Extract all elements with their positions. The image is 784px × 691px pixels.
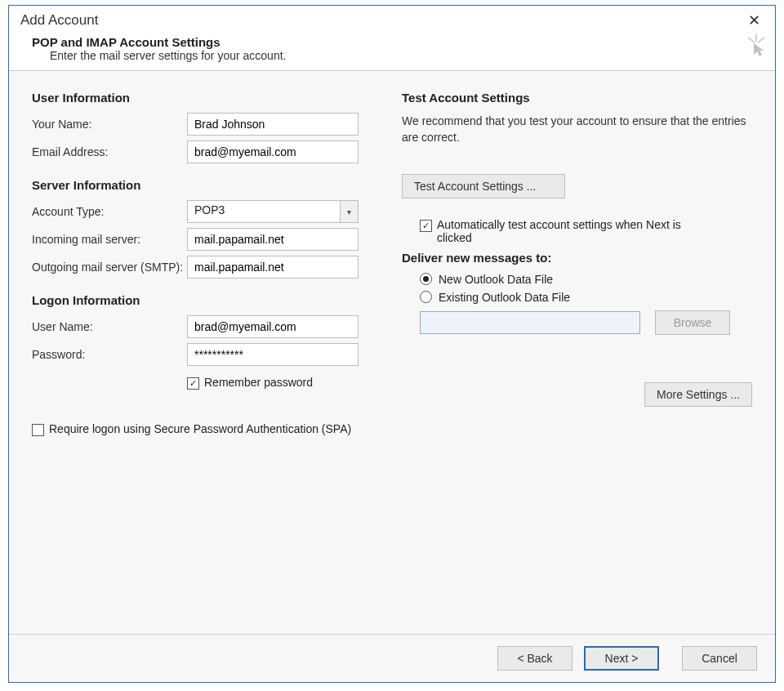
page-description: Enter the mail server settings for your …	[20, 49, 764, 62]
username-field[interactable]	[187, 315, 359, 338]
server-info-heading: Server Information	[32, 178, 382, 192]
back-button[interactable]: < Back	[497, 646, 572, 671]
password-field[interactable]	[187, 343, 359, 366]
test-settings-heading: Test Account Settings	[402, 91, 752, 105]
more-settings-button[interactable]: More Settings ...	[644, 382, 752, 407]
svg-line-2	[758, 38, 764, 42]
spa-label: Require logon using Secure Password Auth…	[49, 422, 351, 435]
user-info-heading: User Information	[32, 91, 382, 105]
spa-checkbox[interactable]: ✓ Require logon using Secure Password Au…	[32, 422, 382, 436]
window-title: Add Account	[20, 12, 98, 29]
new-data-file-label: New Outlook Data File	[439, 273, 553, 286]
titlebar: Add Account ✕	[9, 6, 775, 33]
wizard-footer: < Back Next > Cancel	[9, 634, 775, 682]
remember-password-label: Remember password	[204, 376, 313, 389]
account-type-select[interactable]: POP3 ▾	[187, 200, 359, 223]
email-field[interactable]	[187, 140, 359, 163]
right-column: Test Account Settings We recommend that …	[402, 89, 752, 626]
remember-password-checkbox[interactable]: ✓ Remember password	[187, 376, 313, 390]
form-body: User Information Your Name: Email Addres…	[9, 71, 775, 634]
new-data-file-radio[interactable]: New Outlook Data File	[420, 273, 752, 286]
email-label: Email Address:	[32, 145, 187, 158]
outgoing-label: Outgoing mail server (SMTP):	[32, 261, 187, 274]
incoming-label: Incoming mail server:	[32, 233, 187, 246]
close-icon[interactable]: ✕	[745, 13, 764, 28]
test-settings-desc: We recommend that you test your account …	[402, 113, 752, 146]
auto-test-checkbox[interactable]: ✓ Automatically test account settings wh…	[420, 218, 752, 244]
your-name-label: Your Name:	[32, 118, 187, 131]
cursor-icon	[746, 33, 767, 63]
auto-test-label: Automatically test account settings when…	[437, 218, 706, 244]
existing-data-file-radio[interactable]: Existing Outlook Data File	[420, 291, 752, 304]
your-name-field[interactable]	[187, 113, 359, 136]
account-type-label: Account Type:	[32, 205, 187, 218]
browse-button[interactable]: Browse	[655, 310, 730, 335]
radio-unselected-icon	[420, 291, 432, 303]
svg-line-1	[748, 38, 755, 42]
add-account-window: Add Account ✕ POP and IMAP Account Setti…	[8, 5, 776, 683]
next-button[interactable]: Next >	[584, 646, 659, 671]
chevron-down-icon: ▾	[340, 201, 358, 222]
left-column: User Information Your Name: Email Addres…	[32, 89, 382, 626]
logon-info-heading: Logon Information	[32, 293, 382, 307]
subheader: POP and IMAP Account Settings Enter the …	[9, 33, 775, 71]
password-label: Password:	[32, 348, 187, 361]
cancel-button[interactable]: Cancel	[682, 646, 757, 671]
existing-data-file-label: Existing Outlook Data File	[439, 291, 570, 304]
existing-file-path-field[interactable]	[420, 311, 640, 334]
deliver-heading: Deliver new messages to:	[402, 251, 752, 265]
username-label: User Name:	[32, 320, 187, 333]
radio-selected-icon	[420, 273, 432, 285]
page-subtitle: POP and IMAP Account Settings	[20, 35, 764, 49]
incoming-server-field[interactable]	[187, 228, 359, 251]
checkbox-checked-icon: ✓	[420, 220, 432, 232]
checkbox-checked-icon: ✓	[187, 377, 199, 390]
checkbox-unchecked-icon: ✓	[32, 424, 44, 436]
test-account-settings-button[interactable]: Test Account Settings ...	[402, 174, 565, 198]
account-type-value: POP3	[188, 201, 340, 222]
outgoing-server-field[interactable]	[187, 256, 359, 279]
